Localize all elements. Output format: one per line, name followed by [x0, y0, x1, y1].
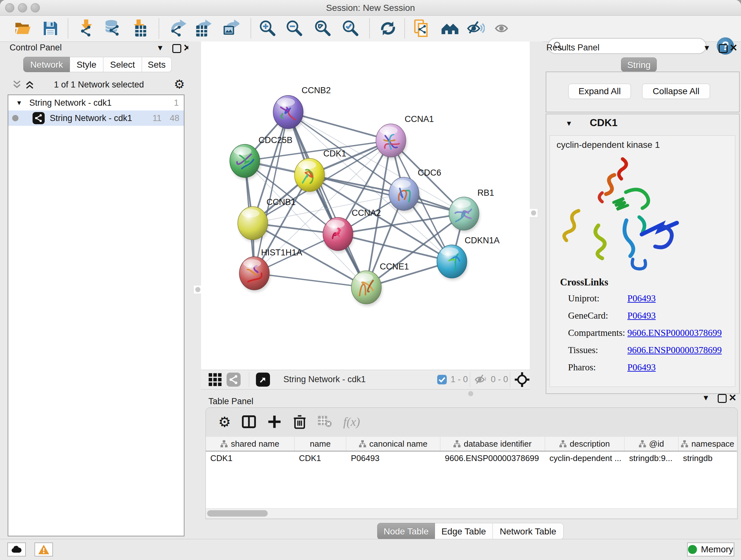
control-panel-tabs: Network Style Select Sets [23, 57, 172, 72]
column-header[interactable]: shared name [206, 437, 294, 451]
apply-layout-button[interactable] [378, 18, 398, 39]
horizontal-splitter-handle[interactable] [467, 389, 475, 398]
table-row[interactable]: CDK1 CDK1 P06493 9606.ENSP00000378699 cy… [206, 451, 737, 465]
tab-network[interactable]: Network [23, 57, 70, 72]
delete-column-trash-icon[interactable] [293, 415, 307, 429]
right-splitter[interactable] [530, 42, 542, 394]
show-all-networks-button[interactable] [440, 18, 460, 39]
zoom-in-icon [259, 19, 277, 37]
collection-count: 1 [174, 98, 179, 108]
memory-label: Memory [701, 544, 733, 555]
column-header[interactable]: name [294, 437, 347, 451]
grid-view-icon[interactable] [208, 373, 222, 387]
right-splitter-handle[interactable] [529, 208, 538, 217]
export-network-button[interactable] [167, 18, 188, 39]
network-collection-row[interactable]: ▼ String Network - cdk1 1 [8, 95, 184, 111]
window-title: Session: New Session [0, 0, 741, 15]
crosslink-genecard-link[interactable]: P06493 [627, 310, 656, 321]
cloud-status-button[interactable] [7, 543, 26, 557]
control-panel-title: Control Panel [10, 43, 62, 53]
warnings-button[interactable] [35, 543, 53, 557]
results-panel-float-icon[interactable] [719, 44, 728, 53]
table-panel-float-icon[interactable] [718, 394, 727, 403]
column-header[interactable]: database identifier [441, 437, 545, 451]
table-panel-minimize-icon[interactable]: ▼ [702, 393, 710, 402]
column-header[interactable]: namespace [678, 437, 737, 451]
column-header[interactable]: description [545, 437, 625, 451]
add-column-icon[interactable] [267, 415, 282, 429]
results-panel-minimize-icon[interactable]: ▼ [703, 44, 711, 52]
tab-edge-table[interactable]: Edge Table [435, 523, 493, 540]
birdseye-view-icon[interactable] [256, 373, 270, 387]
hidden-count-label: 0 - 0 [491, 374, 508, 384]
import-table-button[interactable] [129, 18, 149, 39]
protein-description: cyclin-dependent kinase 1 [556, 140, 660, 150]
control-panel-float-icon[interactable] [172, 44, 181, 53]
tab-node-table[interactable]: Node Table [377, 523, 435, 540]
zoom-in-button[interactable] [258, 18, 278, 39]
save-session-button[interactable] [40, 18, 61, 39]
hide-graphics-details-button[interactable] [466, 18, 486, 39]
column-type-icon [454, 440, 461, 447]
network-row[interactable]: String Network - cdk1 11 48 [8, 111, 184, 126]
scrollbar-thumb[interactable] [207, 510, 268, 516]
results-panel-close-icon[interactable]: ✕ [730, 42, 738, 53]
svg-text:HIST1H1A: HIST1H1A [261, 248, 302, 257]
network-status-dot-icon [12, 115, 18, 121]
crosslink-uniprot-link[interactable]: P06493 [627, 293, 656, 304]
svg-text:CDC25B: CDC25B [259, 135, 293, 145]
import-network-button[interactable] [76, 18, 96, 39]
memory-status-dot-icon [688, 545, 697, 554]
table-toolbar: ⚙ f(x) [205, 408, 360, 436]
title-bar: Session: New Session [0, 0, 741, 16]
table-panel-close-icon[interactable]: ✕ [729, 392, 737, 403]
node-table[interactable]: shared name name canonical name database… [206, 437, 737, 508]
collection-expander-icon[interactable]: ▼ [16, 99, 22, 107]
crosslink-label: Uniprot: [568, 293, 599, 304]
network-type-icon [32, 112, 45, 124]
column-header[interactable]: canonical name [346, 437, 441, 451]
network-options-gear-icon[interactable]: ⚙ [174, 77, 185, 91]
protein-structure-image [560, 154, 681, 275]
crosslink-pharos-link[interactable]: P06493 [627, 362, 656, 373]
export-table-button[interactable] [192, 18, 213, 39]
show-graphics-details-button[interactable] [492, 18, 512, 39]
crosslink-label: Compartments: [568, 327, 625, 338]
control-panel-minimize-icon[interactable]: ▼ [156, 44, 164, 52]
export-image-button[interactable] [220, 18, 241, 39]
collapse-all-button[interactable]: Collapse All [642, 84, 710, 99]
crosslink-tissues-link[interactable]: 9606.ENSP00000378699 [627, 345, 722, 355]
save-icon [42, 19, 59, 37]
crosshair-navigate-icon[interactable] [515, 372, 530, 387]
network-node-count: 11 [152, 113, 161, 123]
zoom-fit-button[interactable] [313, 18, 333, 39]
memory-button[interactable]: Memory [687, 543, 734, 557]
delete-table-icon [318, 415, 332, 428]
table-options-gear-icon[interactable]: ⚙ [218, 414, 231, 430]
show-columns-icon[interactable] [242, 415, 256, 429]
network-canvas[interactable]: CCNB2CCNA1CDC25BCDK1CDC6RB1CCNB1CCNA2CDK… [201, 42, 530, 370]
svg-text:CDC6: CDC6 [418, 168, 441, 178]
import-network-from-database-button[interactable] [102, 18, 123, 39]
network-tree: ▼ String Network - cdk1 1 String Network… [8, 95, 185, 537]
zoom-selected-button[interactable] [340, 18, 361, 39]
tab-sets[interactable]: Sets [142, 57, 172, 72]
expand-all-chevron-icon[interactable] [24, 79, 35, 90]
export-table-icon [194, 19, 212, 37]
column-header[interactable]: @id [624, 437, 678, 451]
collapse-all-chevron-icon[interactable] [11, 79, 22, 90]
tab-network-table[interactable]: Network Table [493, 523, 563, 540]
table-horizontal-scrollbar[interactable] [206, 508, 737, 518]
copy-network-button[interactable] [412, 18, 432, 39]
protein-expander-icon[interactable]: ▼ [565, 119, 572, 128]
expand-all-button[interactable]: Expand All [568, 84, 631, 99]
tab-select[interactable]: Select [104, 57, 142, 72]
tab-style[interactable]: Style [70, 57, 104, 72]
network-view-icon[interactable] [226, 373, 241, 387]
crosslink-compartments-link[interactable]: 9606.ENSP00000378699 [627, 327, 722, 338]
open-session-button[interactable] [12, 18, 33, 39]
zoom-out-button[interactable] [284, 18, 305, 39]
eye-slash-icon [467, 19, 485, 37]
tab-string[interactable]: String [621, 57, 657, 72]
selected-nodes-checkbox[interactable] [437, 375, 447, 384]
